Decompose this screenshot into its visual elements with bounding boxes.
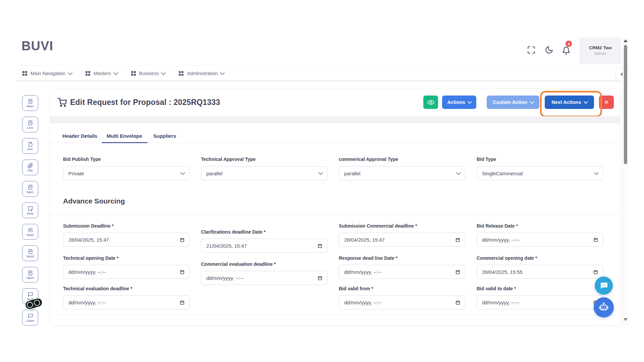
tab-suppliers[interactable]: Suppliers bbox=[153, 133, 176, 139]
document-icon bbox=[28, 120, 33, 126]
sidebar-item-label: Word bbox=[26, 255, 34, 258]
scrollbar-up-arrow[interactable] bbox=[624, 39, 628, 42]
commerical-approval-type-select[interactable]: parallel bbox=[339, 166, 466, 180]
tab-header-details[interactable]: Header Details bbox=[62, 133, 97, 139]
technical-approval-type-label: Technical Approval Type bbox=[201, 157, 256, 162]
tab-multi-envelope[interactable]: Multi Envelope bbox=[107, 133, 142, 139]
nav-label: Masters bbox=[94, 71, 111, 76]
chat-icon bbox=[28, 292, 33, 297]
user-profile[interactable]: CRM2 Two Serum bbox=[580, 38, 621, 64]
sidebar-item-label: Line bbox=[27, 126, 33, 129]
clarifications-deadline-date-label: Clarifications deadline Date * bbox=[201, 229, 266, 235]
technical-opening-date-input[interactable]: dd/mm/yyyy, --:-- bbox=[63, 265, 190, 279]
scrollbar-down-arrow[interactable] bbox=[624, 318, 628, 321]
notification-badge: 4 bbox=[566, 41, 572, 47]
sidebar-item-word[interactable]: Word bbox=[22, 245, 38, 261]
sidebar-item-main[interactable]: Main bbox=[22, 95, 38, 111]
top-nav: Main Navigation Masters Business Adminis… bbox=[22, 67, 224, 80]
sidebar-item-label: Spec bbox=[26, 190, 34, 194]
date-value: 28/04/2025, 15:55 bbox=[482, 269, 523, 275]
calendar-icon[interactable] bbox=[455, 300, 460, 305]
robot-fab-button[interactable] bbox=[594, 297, 614, 317]
nav-bottom-border bbox=[16, 80, 623, 82]
calendar-icon[interactable] bbox=[318, 243, 322, 248]
date-value: dd/mm/yyyy, --:-- bbox=[344, 269, 381, 275]
bid-valid-from-input[interactable]: dd/mm/yyyy, --:-- bbox=[339, 295, 466, 309]
submission-deadline-input[interactable]: 28/04/2025, 15:47 bbox=[63, 233, 190, 247]
sidebar-item-note[interactable]: Note bbox=[22, 202, 38, 218]
sidebar-item-label: Open bbox=[26, 276, 34, 280]
bid-valid-from-label: Bid valid from * bbox=[339, 286, 373, 291]
calendar-icon[interactable] bbox=[180, 237, 184, 242]
nav-label: Administration bbox=[187, 71, 218, 76]
date-value: dd/mm/yyyy, --:-- bbox=[206, 275, 244, 281]
bell-icon[interactable] bbox=[562, 46, 571, 55]
nav-item-main-navigation[interactable]: Main Navigation bbox=[22, 71, 72, 76]
calendar-icon[interactable] bbox=[455, 237, 460, 242]
card-gap-band bbox=[50, 116, 620, 123]
nav-label: Main Navigation bbox=[31, 71, 65, 76]
technical-evaluation-deadline-input[interactable]: dd/mm/yyyy, --:-- bbox=[63, 295, 190, 309]
chevron-down-icon bbox=[220, 70, 225, 75]
sidebar-item-label: Claim bbox=[26, 319, 34, 322]
sidebar-item-open[interactable]: Open bbox=[22, 267, 38, 283]
bid-valid-to-date-label: Bid valid to date * bbox=[477, 286, 516, 291]
close-icon: ✕ bbox=[604, 100, 609, 105]
chat-fab-button[interactable] bbox=[595, 277, 613, 295]
nav-item-masters[interactable]: Masters bbox=[85, 71, 117, 76]
paperclip-icon bbox=[28, 163, 33, 169]
commercial-opening-date-label: Commercial opening date * bbox=[477, 255, 537, 261]
nav-label: Business bbox=[139, 71, 159, 76]
bid-type-select[interactable]: SingleCommercial bbox=[477, 166, 603, 180]
technical-opening-date-label: Technical opening Date * bbox=[63, 255, 118, 261]
date-value: dd/mm/yyyy, --:-- bbox=[482, 300, 519, 305]
sidebar-item-label: File bbox=[28, 169, 33, 172]
sidebar-item-doc[interactable]: Doc bbox=[22, 138, 38, 154]
date-value: dd/mm/yyyy, --:-- bbox=[68, 300, 106, 305]
calendar-icon[interactable] bbox=[180, 269, 184, 275]
sidebar-item-label: Doc bbox=[28, 147, 33, 151]
fullscreen-icon[interactable] bbox=[527, 46, 536, 54]
active-tab-underline bbox=[102, 142, 148, 143]
sidebar-item-label: Note bbox=[27, 212, 34, 215]
bid-publish-type-select[interactable]: Private bbox=[63, 166, 190, 180]
moon-icon[interactable] bbox=[545, 46, 553, 54]
sidebar-item-team[interactable]: Team bbox=[22, 224, 38, 240]
scrollbar-thumb[interactable] bbox=[624, 45, 627, 164]
bottom-divider bbox=[50, 315, 620, 315]
response-dead-line-date-input[interactable]: dd/mm/yyyy, --:-- bbox=[339, 265, 466, 279]
custom-action-button[interactable]: Custom Action bbox=[487, 96, 539, 109]
sidebar-item-line[interactable]: Line bbox=[22, 117, 38, 132]
page-icon bbox=[28, 141, 33, 147]
chevron-down-icon bbox=[161, 70, 166, 75]
commercial-evaluation-deadline-label: Commercial evaluation deadline * bbox=[201, 261, 276, 267]
calendar-icon[interactable] bbox=[318, 276, 322, 281]
view-button[interactable] bbox=[423, 96, 438, 109]
technical-approval-type-select[interactable]: parallel bbox=[201, 166, 328, 180]
bid-valid-to-date-input[interactable]: dd/mm/yyyy, --:-- bbox=[477, 295, 603, 309]
nav-item-business[interactable]: Business bbox=[131, 71, 165, 76]
calendar-icon[interactable] bbox=[180, 300, 184, 305]
actions-button[interactable]: Actions bbox=[442, 96, 476, 109]
bid-publish-type-label: Bid Publish Type bbox=[63, 157, 101, 162]
commercial-evaluation-deadline-input[interactable]: dd/mm/yyyy, --:-- bbox=[201, 271, 328, 285]
clarifications-deadline-date-input[interactable]: 21/04/2025, 15:47 bbox=[201, 239, 328, 253]
date-value: 28/04/2025, 15:47 bbox=[344, 237, 385, 243]
calendar-icon[interactable] bbox=[593, 237, 598, 242]
sidebar-item-file[interactable]: File bbox=[22, 160, 38, 175]
sidebar-item-spec[interactable]: Spec bbox=[22, 181, 38, 197]
calendar-icon[interactable] bbox=[455, 269, 460, 275]
submission-commercial-deadline-input[interactable]: 28/04/2025, 15:47 bbox=[339, 233, 466, 247]
response-dead-line-date-label: Response dead line Date * bbox=[339, 255, 397, 261]
calendar-icon[interactable] bbox=[593, 269, 598, 275]
commercial-opening-date-input[interactable]: 28/04/2025, 15:55 bbox=[477, 265, 603, 279]
chevron-down-icon bbox=[468, 100, 472, 104]
document-icon bbox=[28, 99, 33, 104]
annotation-highlight-box bbox=[540, 91, 602, 117]
bid-release-date-input[interactable]: dd/mm/yyyy, --:-- bbox=[477, 233, 603, 247]
robot-icon bbox=[598, 302, 609, 313]
nav-item-administration[interactable]: Administration bbox=[178, 71, 224, 76]
date-value: dd/mm/yyyy, --:-- bbox=[344, 300, 381, 305]
grid-icon bbox=[22, 71, 28, 76]
select-value: SingleCommercial bbox=[482, 171, 523, 176]
